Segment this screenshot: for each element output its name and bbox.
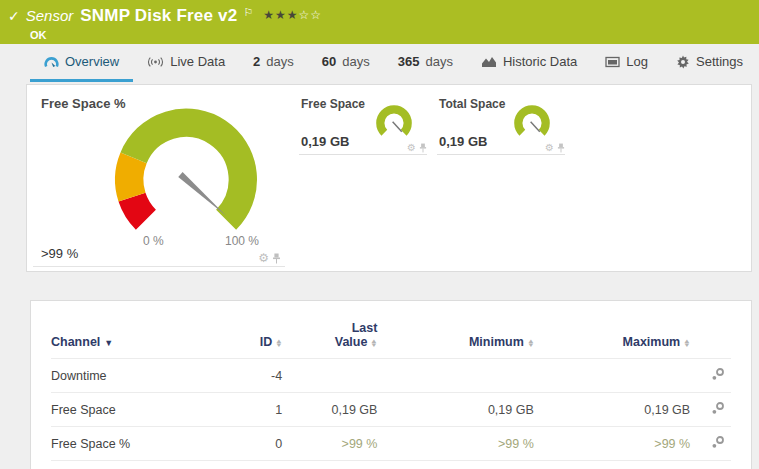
sort-arrows-icon: ▲▼ [371, 339, 377, 347]
free-space-gear-icon[interactable]: ⚙ [407, 143, 416, 153]
sort-arrows-icon: ▲▼ [276, 339, 282, 347]
channel-settings-icon[interactable] [711, 401, 725, 415]
tab-live-data[interactable]: Live Data [133, 44, 239, 82]
sensor-kind-label: Sensor [26, 7, 74, 24]
gauge-pin-icon[interactable] [272, 253, 281, 264]
tab-2-days[interactable]: 2 days [239, 44, 308, 82]
table-row-total-space[interactable]: Total Space 2 0,19 GB 0,19 GB 0,19 GB [51, 461, 731, 469]
sensor-header: ✓ Sensor SNMP Disk Free v2 ⚐ ★★★☆☆ OK [0, 0, 759, 44]
free-space-value: 0,19 GB [301, 134, 349, 149]
sort-arrows-icon: ▲▼ [528, 339, 534, 347]
status-badge: OK [30, 29, 749, 41]
table-row-downtime[interactable]: Downtime -4 [51, 359, 731, 393]
tab-overview[interactable]: Overview [30, 44, 133, 82]
gauge-scale-min: 0 % [143, 234, 164, 248]
gauge-current-value: >99 % [41, 246, 78, 261]
tab-60-days[interactable]: 60 days [308, 44, 384, 82]
total-space-gauge [509, 103, 555, 145]
free-space-widget: Free Space 0,19 GB ⚙ [299, 95, 427, 155]
free-space-label: Free Space [301, 97, 365, 111]
gauge-scale-max: 100 % [225, 234, 259, 248]
tab-historic-data[interactable]: Historic Data [467, 44, 591, 82]
free-space-pct-gauge-widget: Free Space % >99 % 0 % 100 % ⚙ [33, 89, 285, 267]
tab-365-days[interactable]: 365 days [384, 44, 467, 82]
sort-arrows-icon: ▲▼ [684, 339, 690, 347]
free-space-gauge [371, 103, 417, 145]
gauge-icon [44, 55, 59, 69]
gauge-needle [178, 172, 226, 216]
col-header-maximum[interactable]: Maximum▲▼ [534, 315, 690, 359]
overview-panel: Free Space % >99 % 0 % 100 % ⚙ Free Spac… [26, 84, 752, 272]
channel-settings-icon[interactable] [711, 435, 725, 449]
table-row-free-space[interactable]: Free Space 1 0,19 GB 0,19 GB 0,19 GB [51, 393, 731, 427]
channel-table: Channel▼ ID▲▼ LastValue▲▼ Minimum▲▼ Maxi… [51, 315, 731, 469]
sensor-title: SNMP Disk Free v2 [80, 6, 237, 26]
tab-bar: Overview Live Data 2 days 60 days 365 da… [0, 44, 759, 82]
tab-settings[interactable]: Settings [662, 44, 757, 82]
total-space-label: Total Space [439, 97, 505, 111]
sort-desc-caret-icon: ▼ [104, 338, 113, 348]
status-check-icon: ✓ [8, 8, 20, 24]
historic-chart-icon [481, 55, 497, 68]
flag-icon[interactable]: ⚐ [243, 6, 253, 19]
priority-stars[interactable]: ★★★☆☆ [263, 8, 322, 22]
free-space-pct-gauge [91, 103, 281, 243]
channel-settings-icon[interactable] [711, 367, 725, 381]
total-space-value: 0,19 GB [439, 134, 487, 149]
total-space-widget: Total Space 0,19 GB ⚙ [437, 95, 565, 155]
total-space-gear-icon[interactable]: ⚙ [545, 143, 554, 153]
log-icon [605, 56, 620, 68]
col-header-minimum[interactable]: Minimum▲▼ [377, 315, 533, 359]
stars-empty[interactable]: ☆☆ [299, 8, 323, 22]
col-header-last-value[interactable]: LastValue▲▼ [282, 315, 377, 359]
settings-gear-icon [676, 55, 690, 69]
table-row-free-space-pct[interactable]: Free Space % 0 >99 % >99 % >99 % [51, 427, 731, 461]
stars-filled[interactable]: ★★★ [263, 8, 298, 22]
col-header-settings [690, 315, 731, 359]
free-space-pin-icon[interactable] [419, 143, 427, 153]
gauge-settings-gear-icon[interactable]: ⚙ [258, 252, 269, 264]
tab-log[interactable]: Log [591, 44, 662, 82]
col-header-id[interactable]: ID▲▼ [221, 315, 282, 359]
col-header-channel[interactable]: Channel▼ [51, 315, 221, 359]
live-signal-icon [147, 56, 164, 68]
total-space-pin-icon[interactable] [557, 143, 565, 153]
channel-table-panel: Channel▼ ID▲▼ LastValue▲▼ Minimum▲▼ Maxi… [30, 300, 752, 469]
